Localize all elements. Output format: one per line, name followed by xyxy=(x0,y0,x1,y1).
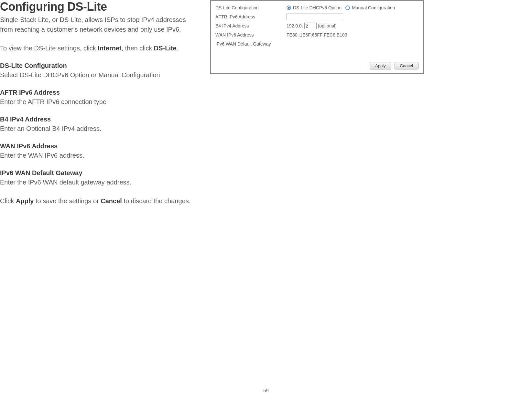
b4-prefix: 192.0.0. xyxy=(287,23,303,28)
nav-suffix: . xyxy=(177,45,179,52)
page-title: Configuring DS-Lite xyxy=(0,0,201,14)
cancel-button[interactable]: Cancel xyxy=(395,62,418,69)
section-aftr-desc: Enter the AFTR IPv6 connection type xyxy=(0,97,201,107)
label-b4: B4 IPv4 Address xyxy=(215,23,287,28)
nav-mid: , then click xyxy=(122,45,154,52)
label-wan: WAN IPv6 Address xyxy=(215,32,287,37)
section-aftr-title: AFTR IPv6 Address xyxy=(0,89,201,96)
footer-mid: to save the settings or xyxy=(34,197,101,205)
config-panel: DS-Lite Configuration DS-Lite DHCPv6 Opt… xyxy=(210,0,424,74)
apply-button[interactable]: Apply xyxy=(370,62,391,69)
nav-prefix: To view the DS-Lite settings, click xyxy=(0,45,98,52)
section-b4-desc: Enter an Optional B4 IPv4 address. xyxy=(0,124,201,133)
footer-cancel: Cancel xyxy=(101,197,122,205)
section-gw-title: IPv6 WAN Default Gateway xyxy=(0,169,201,177)
section-wan-desc: Enter the WAN IPv6 address. xyxy=(0,151,201,160)
section-gw-desc: Enter the IPv6 WAN default gateway addre… xyxy=(0,177,201,187)
radio-dhcpv6-label: DS-Lite DHCPv6 Option xyxy=(293,5,342,10)
footer-instruction: Click Apply to save the settings or Canc… xyxy=(0,196,201,206)
radio-dhcpv6[interactable] xyxy=(287,5,291,10)
intro-text: Single-Stack Lite, or DS-Lite, allows IS… xyxy=(0,15,201,34)
radio-manual-label: Manual Configuration xyxy=(352,5,395,10)
aftr-input[interactable] xyxy=(287,14,343,20)
label-config: DS-Lite Configuration xyxy=(215,5,287,10)
section-config-desc: Select DS-Lite DHCPv6 Option or Manual C… xyxy=(0,70,201,80)
page-number: 59 xyxy=(263,388,269,393)
radio-manual[interactable] xyxy=(345,5,350,10)
wan-value: FE80::1E6F:65FF:FEC8:B103 xyxy=(287,32,347,37)
label-aftr: AFTR IPv6 Address xyxy=(215,14,287,19)
footer-suffix: to discard the changes. xyxy=(122,197,190,205)
footer-prefix: Click xyxy=(0,197,16,205)
footer-apply: Apply xyxy=(16,197,34,205)
section-wan-title: WAN IPv6 Address xyxy=(0,142,201,150)
b4-suffix: (optional) xyxy=(318,23,337,28)
b4-octet-input[interactable] xyxy=(304,23,317,29)
nav-instruction: To view the DS-Lite settings, click Inte… xyxy=(0,43,201,53)
section-b4-title: B4 IPv4 Address xyxy=(0,116,201,123)
nav-dslite: DS-Lite xyxy=(154,45,177,52)
nav-internet: Internet xyxy=(98,45,121,52)
label-gw: IPv6 WAN Default Gateway xyxy=(215,41,287,47)
section-config-title: DS-Lite Configuration xyxy=(0,62,201,69)
